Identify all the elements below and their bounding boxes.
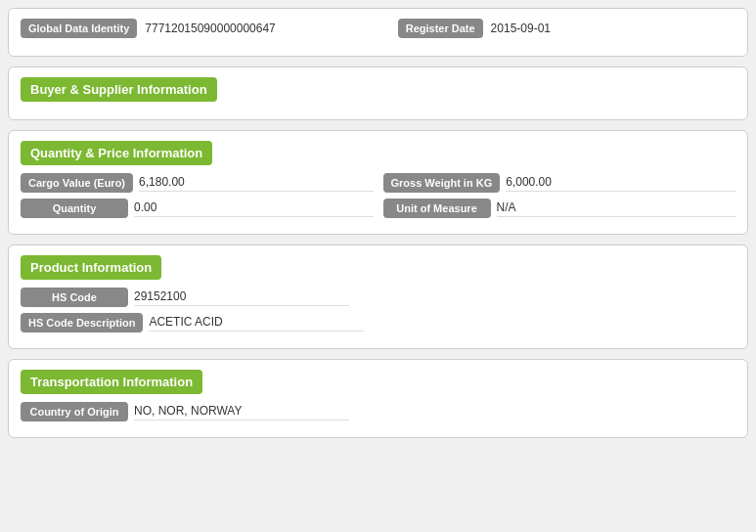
quantity-price-card: Quantity & Price Information Cargo Value… bbox=[8, 130, 748, 235]
quantity-price-title-row: Quantity & Price Information bbox=[21, 141, 735, 165]
unit-of-measure-value: N/A bbox=[497, 200, 736, 217]
hs-code-row: HS Code 29152100 bbox=[21, 288, 735, 307]
global-data-identity-label: Global Data Identity bbox=[21, 19, 137, 38]
global-data-row: Global Data Identity 7771201509000000064… bbox=[21, 19, 735, 38]
quantity-value: 0.00 bbox=[134, 200, 374, 217]
buyer-supplier-title-row: Buyer & Supplier Information bbox=[21, 77, 735, 102]
transportation-header: Transportation Information bbox=[21, 370, 202, 394]
unit-of-measure-group: Unit of Measure N/A bbox=[383, 199, 736, 218]
global-data-identity-value: 77712015090000000647 bbox=[145, 22, 389, 35]
transportation-title-row: Transportation Information bbox=[21, 370, 735, 394]
top-card: Global Data Identity 7771201509000000064… bbox=[8, 8, 748, 57]
cargo-gross-row: Cargo Value (Euro) 6,180.00 Gross Weight… bbox=[21, 173, 735, 193]
gross-weight-label: Gross Weight in KG bbox=[383, 173, 501, 193]
transportation-card: Transportation Information Country of Or… bbox=[8, 359, 748, 438]
product-card: Product Information HS Code 29152100 HS … bbox=[8, 244, 748, 349]
country-of-origin-label: Country of Origin bbox=[21, 402, 128, 421]
country-of-origin-value: NO, NOR, NORWAY bbox=[134, 404, 349, 421]
hs-code-value: 29152100 bbox=[134, 289, 349, 306]
register-date-label: Register Date bbox=[398, 19, 483, 38]
hs-code-desc-label: HS Code Description bbox=[21, 313, 143, 332]
cargo-value-value: 6,180.00 bbox=[139, 175, 373, 192]
cargo-value-label: Cargo Value (Euro) bbox=[21, 173, 133, 193]
gross-weight-group: Gross Weight in KG 6,000.00 bbox=[383, 173, 736, 193]
buyer-supplier-card: Buyer & Supplier Information bbox=[8, 66, 748, 120]
product-title-row: Product Information bbox=[21, 255, 735, 280]
cargo-value-group: Cargo Value (Euro) 6,180.00 bbox=[21, 173, 374, 193]
quantity-uom-row: Quantity 0.00 Unit of Measure N/A bbox=[21, 199, 735, 218]
product-header: Product Information bbox=[21, 255, 161, 280]
country-of-origin-row: Country of Origin NO, NOR, NORWAY bbox=[21, 402, 735, 421]
register-date-value: 2015-09-01 bbox=[491, 22, 735, 35]
quantity-price-header: Quantity & Price Information bbox=[21, 141, 212, 165]
hs-code-desc-row: HS Code Description ACETIC ACID bbox=[21, 313, 735, 332]
unit-of-measure-label: Unit of Measure bbox=[383, 199, 491, 218]
gross-weight-value: 6,000.00 bbox=[506, 175, 735, 192]
quantity-label: Quantity bbox=[21, 199, 128, 218]
quantity-group: Quantity 0.00 bbox=[21, 199, 374, 218]
buyer-supplier-header: Buyer & Supplier Information bbox=[21, 77, 217, 102]
hs-code-label: HS Code bbox=[21, 288, 128, 307]
hs-code-desc-value: ACETIC ACID bbox=[149, 315, 364, 332]
